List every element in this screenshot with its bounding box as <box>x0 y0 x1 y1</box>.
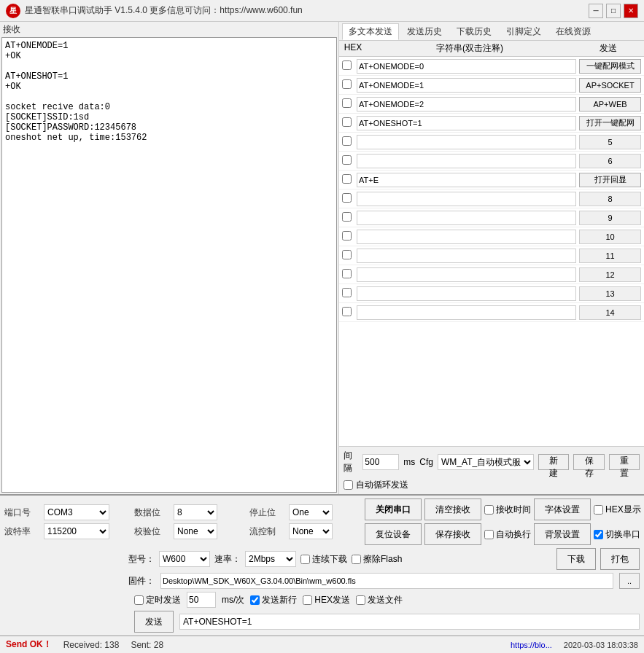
maximize-button[interactable]: □ <box>606 4 621 18</box>
send-input[interactable] <box>179 614 640 630</box>
send-row-input-12[interactable] <box>357 267 576 282</box>
firmware-path-input[interactable] <box>160 573 613 589</box>
close-button[interactable]: ✕ <box>624 4 638 18</box>
port-select[interactable]: COM3 <box>44 504 109 520</box>
tab-download-history[interactable]: 下载历史 <box>450 23 498 40</box>
baud-select[interactable]: 115200 <box>44 523 109 539</box>
hex-display-checkbox[interactable] <box>594 505 603 515</box>
bg-setting-button[interactable]: 背景设置 <box>534 523 591 545</box>
send-row-btn-7[interactable]: 打开回显 <box>579 173 641 187</box>
recv-time-checkbox[interactable] <box>484 505 494 515</box>
send-row-btn-3[interactable]: AP+WEB <box>579 97 641 112</box>
send-file-checkbox[interactable] <box>356 595 365 605</box>
new-cfg-button[interactable]: 新建 <box>538 454 569 470</box>
send-row-num-13: 13 <box>579 286 641 301</box>
title-bar: 星 星通智联串口调试助手 V1.5.4.0 更多信息可访问：https://ww… <box>0 0 644 22</box>
sent-status: Sent: 28 <box>131 640 163 650</box>
receive-area[interactable]: AT+ONEMODE=1 +OK AT+ONESHOT=1 +OK socket… <box>1 37 337 493</box>
tab-online[interactable]: 在线资源 <box>549 23 597 40</box>
send-button[interactable]: 发送 <box>134 611 174 633</box>
send-row-num-5: 5 <box>579 135 641 149</box>
tab-pin-def[interactable]: 引脚定义 <box>500 23 548 40</box>
font-setting-button[interactable]: 字体设置 <box>534 498 591 520</box>
send-list-row: 9 <box>339 208 644 227</box>
send-row-checkbox-11[interactable] <box>342 250 357 262</box>
auto-send-bar: 自动循环发送 <box>339 477 644 494</box>
databits-select[interactable]: 8 <box>174 504 217 520</box>
send-row-checkbox-12[interactable] <box>342 269 357 281</box>
minimize-button[interactable]: ─ <box>589 4 603 18</box>
send-row-checkbox-1[interactable] <box>342 60 357 72</box>
app-title: 星通智联串口调试助手 V1.5.4.0 更多信息可访问：https://www.… <box>25 4 589 17</box>
send-row-input-5[interactable] <box>357 135 576 149</box>
stopbits-select[interactable]: One <box>289 504 333 520</box>
switch-port-checkbox[interactable] <box>594 530 603 539</box>
cfg-select[interactable]: WM_AT_自动模式服 <box>438 454 534 470</box>
speed-select[interactable]: 2Mbps <box>245 551 296 567</box>
send-row-checkbox-3[interactable] <box>342 98 357 110</box>
bottom-row-4: 定时发送 ms/次 发送新行 HEX发送 发送文件 <box>4 592 640 608</box>
send-row-input-2[interactable] <box>357 78 576 93</box>
send-row-input-7[interactable] <box>357 173 576 187</box>
status-link[interactable]: https://blo... <box>511 641 552 649</box>
send-row-checkbox-7[interactable] <box>342 174 357 186</box>
erase-flash-checkbox[interactable] <box>352 555 361 564</box>
send-row-num-11: 11 <box>579 249 641 263</box>
interval-input[interactable] <box>362 454 399 470</box>
send-row-input-6[interactable] <box>357 154 576 168</box>
right-panel: 多文本发送 发送历史 下载历史 引脚定义 在线资源 HEX 字符串(双击注释) … <box>339 22 644 494</box>
download-button[interactable]: 下载 <box>556 548 596 570</box>
tab-history[interactable]: 发送历史 <box>400 23 449 40</box>
send-row-input-4[interactable] <box>357 116 576 130</box>
model-select[interactable]: W600 <box>159 551 210 567</box>
send-row-num-9: 9 <box>579 211 641 225</box>
send-row-checkbox-10[interactable] <box>342 231 357 243</box>
timed-send-checkbox[interactable] <box>134 595 144 605</box>
browse-button[interactable]: .. <box>619 573 640 589</box>
save-cfg-button[interactable]: 保存 <box>573 454 604 470</box>
auto-send-checkbox[interactable] <box>344 480 353 490</box>
send-row-btn-4[interactable]: 打开一键配网 <box>579 116 641 130</box>
send-row-input-1[interactable] <box>357 59 576 74</box>
send-row-checkbox-13[interactable] <box>342 288 357 300</box>
tab-multitext[interactable]: 多文本发送 <box>342 23 399 40</box>
send-row-input-9[interactable] <box>357 211 576 225</box>
send-row-checkbox-4[interactable] <box>342 117 357 129</box>
timed-send-input[interactable] <box>187 592 216 608</box>
reset-cfg-button[interactable]: 重置 <box>609 454 640 470</box>
parity-select[interactable]: None <box>174 523 217 539</box>
send-row-checkbox-2[interactable] <box>342 79 357 91</box>
send-list-row: 8 <box>339 189 644 208</box>
reset-dev-button[interactable]: 复位设备 <box>365 523 422 545</box>
send-row-input-8[interactable] <box>357 192 576 206</box>
send-row-btn-2[interactable]: AP+SOCKET <box>579 78 641 93</box>
bottom-row-3: 固件： .. <box>128 573 640 589</box>
send-row-checkbox-6[interactable] <box>342 155 357 167</box>
hex-send-checkbox[interactable] <box>303 595 312 605</box>
send-newline-label: 发送新行 <box>250 594 297 606</box>
hex-display-label: HEX显示 <box>594 498 641 520</box>
cfg-label: Cfg <box>419 457 433 467</box>
continuous-dl-checkbox[interactable] <box>300 555 310 564</box>
close-port-button[interactable]: 关闭串口 <box>365 498 422 520</box>
send-row-input-3[interactable] <box>357 97 576 112</box>
databits-label: 数据位 <box>134 507 171 519</box>
send-row-checkbox-8[interactable] <box>342 193 357 205</box>
send-row-input-14[interactable] <box>357 305 576 320</box>
save-recv-button[interactable]: 保存接收 <box>424 523 481 545</box>
send-row-btn-1[interactable]: 一键配网模式 <box>579 59 641 74</box>
send-row-checkbox-5[interactable] <box>342 136 357 148</box>
send-row-input-11[interactable] <box>357 249 576 263</box>
send-list-row: 6 <box>339 152 644 171</box>
send-row-input-13[interactable] <box>357 286 576 301</box>
send-row-checkbox-9[interactable] <box>342 212 357 224</box>
send-newline-checkbox[interactable] <box>250 595 260 605</box>
send-row-input-10[interactable] <box>357 230 576 244</box>
auto-newline-checkbox[interactable] <box>484 530 494 539</box>
bottom-panel: 端口号 COM3 波特率 115200 数据位 8 校验位 <box>0 494 644 636</box>
send-row-num-14: 14 <box>579 305 641 320</box>
flow-select[interactable]: None <box>289 523 333 539</box>
pack-button[interactable]: 打包 <box>600 548 640 570</box>
clear-recv-button[interactable]: 清空接收 <box>424 498 481 520</box>
send-row-checkbox-14[interactable] <box>342 307 357 318</box>
